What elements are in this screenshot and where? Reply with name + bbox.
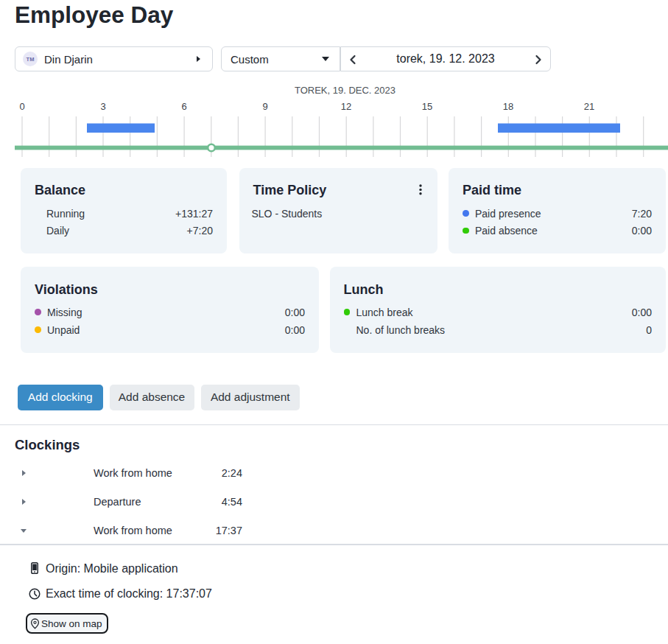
svg-text:18: 18 — [503, 101, 513, 112]
svg-text:0: 0 — [19, 101, 24, 112]
svg-text:12: 12 — [341, 101, 351, 112]
svg-text:6: 6 — [181, 101, 186, 112]
svg-text:21: 21 — [584, 101, 594, 112]
svg-text:9: 9 — [262, 101, 267, 112]
svg-text:15: 15 — [422, 101, 432, 112]
svg-text:3: 3 — [100, 101, 105, 112]
